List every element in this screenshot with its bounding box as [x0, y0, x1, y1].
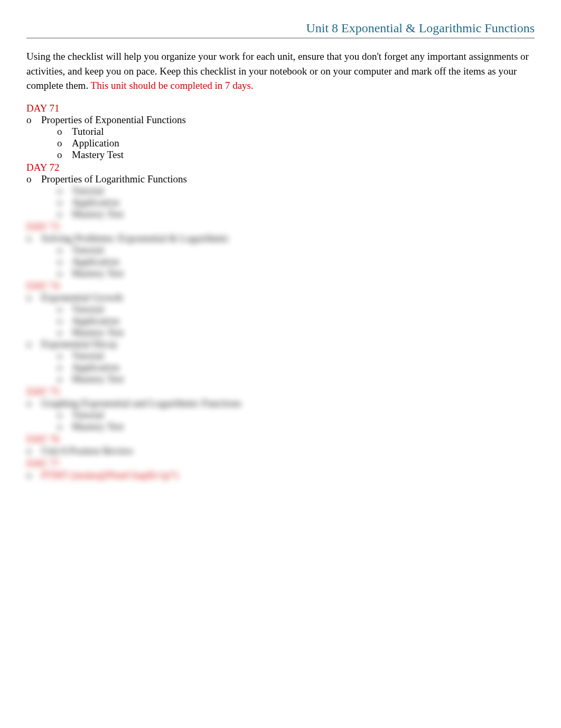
sub-item: oMastery Test: [26, 373, 535, 385]
sub-item: oApplication: [26, 315, 535, 327]
bullet-marker: o: [57, 362, 72, 373]
bullet-marker: o: [26, 338, 41, 350]
bullet-marker: o: [57, 350, 72, 362]
bullet-marker: o: [57, 315, 72, 327]
topic-title: Graphing Exponential and Logarithmic Fun…: [41, 398, 535, 409]
bullet-marker: o: [57, 327, 72, 338]
bullet-marker: o: [57, 185, 72, 197]
bullet-marker: o: [26, 398, 41, 409]
topic-title: Solving Problems: Exponential & Logarith…: [41, 233, 535, 244]
sub-item-label: Application: [72, 256, 535, 268]
topic-item: oProperties of Exponential Functions: [26, 114, 535, 126]
day-header: DAY 77: [26, 458, 535, 469]
sub-item: oTutorial: [26, 350, 535, 362]
bullet-marker: o: [57, 421, 72, 432]
sub-item-label: Application: [72, 197, 535, 208]
sub-item-label: Tutorial: [72, 303, 535, 315]
sub-item-label: Application: [72, 137, 535, 149]
sub-item-label: Mastery Test: [72, 149, 535, 161]
sub-item: oTutorial: [26, 244, 535, 256]
day-header: DAY 74: [26, 280, 535, 292]
sub-item-label: Mastery Test: [72, 327, 535, 338]
sub-item: oTutorial: [26, 185, 535, 197]
day-header: DAY 73: [26, 221, 535, 233]
sub-item-label: Tutorial: [72, 244, 535, 256]
day-header: DAY 71: [26, 103, 535, 114]
topic-title: Properties of Logarithmic Functions: [41, 173, 535, 185]
topic-title: Exponential Decay: [41, 338, 535, 350]
topic-item: oExponential Decay: [26, 338, 535, 350]
sub-item: oTutorial: [26, 409, 535, 421]
topic-item: oPTMT (intake@PtmtChap8)+(p*): [26, 469, 535, 481]
unit-title: Unit 8 Exponential & Logarithmic Functio…: [306, 21, 535, 35]
sub-item-label: Mastery Test: [72, 208, 535, 220]
topic-item: oProperties of Logarithmic Functions: [26, 173, 535, 185]
day-header: DAY 72: [26, 162, 535, 173]
topic-item: oUnit 8 Posttest Review: [26, 445, 535, 457]
bullet-marker: o: [57, 244, 72, 256]
sub-item: oMastery Test: [26, 149, 535, 161]
bullet-marker: o: [57, 149, 72, 161]
bullet-marker: o: [26, 292, 41, 303]
bullet-marker: o: [57, 256, 72, 268]
bullet-marker: o: [57, 303, 72, 315]
bullet-marker: o: [26, 469, 41, 481]
sub-item: oApplication: [26, 137, 535, 149]
sub-item-label: Mastery Test: [72, 421, 535, 432]
sub-item-label: Tutorial: [72, 409, 535, 421]
bullet-marker: o: [57, 208, 72, 220]
topic-item: oGraphing Exponential and Logarithmic Fu…: [26, 398, 535, 409]
bullet-marker: o: [57, 137, 72, 149]
bullet-marker: o: [57, 197, 72, 208]
topic-title: PTMT (intake@PtmtChap8)+(p*): [41, 469, 535, 481]
sub-item: oMastery Test: [26, 327, 535, 338]
sub-item: oApplication: [26, 197, 535, 208]
sub-item-label: Application: [72, 315, 535, 327]
bullet-marker: o: [26, 114, 41, 126]
bullet-marker: o: [57, 126, 72, 137]
sub-item-label: Tutorial: [72, 185, 535, 197]
sub-item: oApplication: [26, 256, 535, 268]
sub-item: oMastery Test: [26, 421, 535, 432]
sub-item-label: Mastery Test: [72, 268, 535, 279]
topic-item: oSolving Problems: Exponential & Logarit…: [26, 233, 535, 244]
topic-title: Properties of Exponential Functions: [41, 114, 535, 126]
sub-item: oTutorial: [26, 126, 535, 137]
sub-item-label: Application: [72, 362, 535, 373]
sub-item: oMastery Test: [26, 208, 535, 220]
topic-title: Exponential Growth: [41, 292, 535, 303]
bullet-marker: o: [26, 173, 41, 185]
topic-item: oExponential Growth: [26, 292, 535, 303]
sub-item-label: Mastery Test: [72, 373, 535, 385]
checklist-container: DAY 71oProperties of Exponential Functio…: [26, 103, 535, 481]
day-header: DAY 76: [26, 434, 535, 445]
topic-title: Unit 8 Posttest Review: [41, 445, 535, 457]
bullet-marker: o: [57, 268, 72, 279]
bullet-marker: o: [26, 233, 41, 244]
bullet-marker: o: [57, 409, 72, 421]
bullet-marker: o: [26, 445, 41, 457]
day-header: DAY 75: [26, 386, 535, 398]
sub-item: oMastery Test: [26, 268, 535, 279]
intro-red-text: This unit should be completed in 7 days.: [91, 80, 254, 91]
sub-item-label: Tutorial: [72, 126, 535, 137]
sub-item: oTutorial: [26, 303, 535, 315]
intro-paragraph: Using the checklist will help you organi…: [26, 49, 535, 93]
sub-item: oApplication: [26, 362, 535, 373]
page-header: Unit 8 Exponential & Logarithmic Functio…: [26, 21, 535, 39]
bullet-marker: o: [57, 373, 72, 385]
sub-item-label: Tutorial: [72, 350, 535, 362]
